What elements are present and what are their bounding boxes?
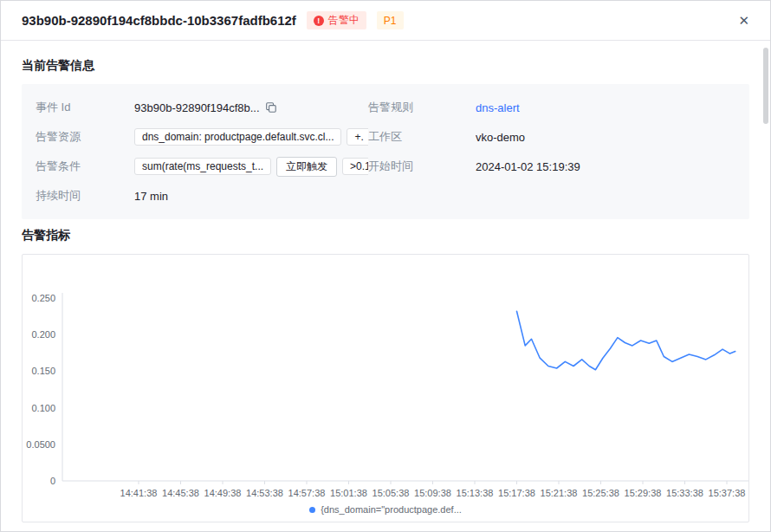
rule-label: 告警规则 bbox=[368, 100, 476, 115]
svg-text:0: 0 bbox=[50, 476, 55, 486]
svg-text:15:33:38: 15:33:38 bbox=[666, 488, 703, 498]
condition-label: 告警条件 bbox=[36, 159, 134, 174]
close-icon[interactable]: ✕ bbox=[738, 14, 749, 27]
condition-value-wrap: sum(rate(ms_requests_t... 立即触发 >0.1 bbox=[134, 156, 368, 177]
legend-dot-icon bbox=[309, 507, 315, 513]
scrollbar-thumb[interactable] bbox=[763, 48, 768, 124]
svg-text:15:01:38: 15:01:38 bbox=[330, 488, 367, 498]
duration-label: 持续时间 bbox=[36, 188, 134, 204]
svg-text:14:57:38: 14:57:38 bbox=[288, 488, 326, 498]
event-id-label: 事件 Id bbox=[36, 100, 134, 115]
workspace-label: 工作区 bbox=[368, 129, 476, 145]
workspace-value: vko-demo bbox=[476, 127, 735, 147]
event-id-value: 93b90b-92890f194cf8b... bbox=[134, 101, 260, 114]
panel-header: 93b90b-92890f194cf8bbdc-10b3367fadfb612f… bbox=[1, 1, 770, 41]
alert-metrics-chart-card: 00.05000.1000.1500.2000.25014:41:3814:45… bbox=[22, 254, 749, 522]
priority-badge: P1 bbox=[377, 11, 404, 29]
alert-status-icon bbox=[314, 16, 324, 26]
condition-expr-tag: sum(rate(ms_requests_t... bbox=[134, 158, 271, 175]
duration-value: 17 min bbox=[134, 185, 368, 206]
svg-text:14:41:38: 14:41:38 bbox=[120, 488, 158, 498]
svg-text:0.200: 0.200 bbox=[31, 329, 55, 340]
alert-rule-link[interactable]: dns-alert bbox=[476, 101, 520, 114]
copy-icon[interactable] bbox=[265, 101, 277, 114]
metrics-section-title: 告警指标 bbox=[22, 228, 749, 243]
status-badge-label: 告警中 bbox=[328, 13, 360, 28]
legend-label: {dns_domain="productpage.def... bbox=[321, 504, 462, 515]
resource-more-tag[interactable]: +. bbox=[347, 128, 368, 146]
svg-text:15:13:38: 15:13:38 bbox=[457, 488, 494, 498]
start-time-label: 开始时间 bbox=[368, 159, 476, 174]
svg-text:15:25:38: 15:25:38 bbox=[582, 488, 619, 498]
svg-text:15:05:38: 15:05:38 bbox=[373, 488, 410, 498]
alert-info-panel: 事件 Id 93b90b-92890f194cf8b... 告警规则 dns-a… bbox=[22, 84, 749, 219]
resource-tag: dns_domain: productpage.default.svc.cl..… bbox=[134, 128, 341, 146]
resource-label: 告警资源 bbox=[36, 129, 134, 145]
vertical-scrollbar[interactable] bbox=[762, 42, 769, 529]
status-badge: 告警中 bbox=[307, 11, 366, 29]
svg-text:15:37:38: 15:37:38 bbox=[709, 488, 746, 498]
resource-value-wrap: dns_domain: productpage.default.svc.cl..… bbox=[134, 127, 368, 147]
alert-metrics-chart: 00.05000.1000.1500.2000.25014:41:3814:45… bbox=[23, 269, 752, 501]
panel-body: 当前告警信息 事件 Id 93b90b-92890f194cf8b... 告警规… bbox=[1, 41, 770, 522]
start-time-value: 2024-01-02 15:19:39 bbox=[476, 156, 735, 177]
page-title: 93b90b-92890f194cf8bbdc-10b3367fadfb612f bbox=[22, 13, 296, 28]
svg-text:0.0500: 0.0500 bbox=[26, 439, 55, 450]
svg-text:14:45:38: 14:45:38 bbox=[162, 488, 199, 498]
svg-text:0.250: 0.250 bbox=[31, 293, 55, 303]
svg-text:0.100: 0.100 bbox=[31, 403, 55, 413]
alert-detail-panel: 93b90b-92890f194cf8bbdc-10b3367fadfb612f… bbox=[0, 0, 771, 532]
svg-text:15:17:38: 15:17:38 bbox=[498, 488, 535, 498]
svg-text:15:21:38: 15:21:38 bbox=[541, 488, 578, 498]
chart-legend[interactable]: {dns_domain="productpage.def... bbox=[23, 501, 748, 515]
svg-text:15:09:38: 15:09:38 bbox=[414, 488, 451, 498]
threshold-tag: >0.1 bbox=[342, 158, 368, 175]
current-alert-section-title: 当前告警信息 bbox=[22, 58, 749, 74]
svg-text:15:29:38: 15:29:38 bbox=[625, 488, 662, 498]
svg-text:14:53:38: 14:53:38 bbox=[246, 488, 283, 498]
event-id-value-wrap: 93b90b-92890f194cf8b... bbox=[134, 97, 368, 118]
trigger-now-button[interactable]: 立即触发 bbox=[276, 157, 337, 177]
svg-text:0.150: 0.150 bbox=[31, 366, 55, 376]
svg-text:14:49:38: 14:49:38 bbox=[204, 488, 242, 498]
